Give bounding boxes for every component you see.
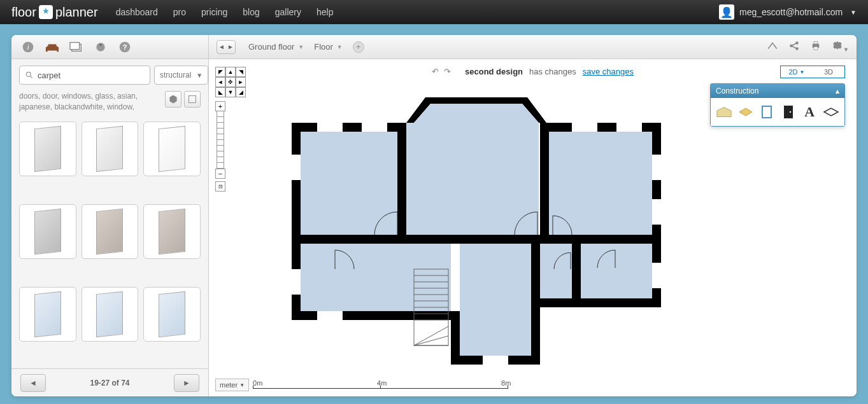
- pan-ne[interactable]: ◥: [236, 67, 246, 77]
- history-buttons[interactable]: ◄►: [217, 40, 236, 54]
- svg-rect-30: [540, 123, 661, 132]
- photos-icon[interactable]: [69, 39, 84, 55]
- nav-help[interactable]: help: [317, 7, 333, 17]
- svg-point-5: [99, 44, 101, 46]
- next-page-button[interactable]: ►: [174, 374, 199, 392]
- library-item[interactable]: [19, 287, 76, 342]
- svg-rect-3: [70, 42, 80, 49]
- svg-rect-64: [317, 311, 343, 320]
- print-icon[interactable]: [810, 40, 822, 53]
- library-item[interactable]: [143, 204, 201, 259]
- user-menu[interactable]: 👤 meg_escott@hotmail.com ▼: [719, 4, 857, 20]
- svg-marker-39: [406, 104, 539, 235]
- grid-flat-icon[interactable]: [184, 91, 201, 108]
- zoom-fit-button[interactable]: ⊡: [215, 181, 225, 192]
- status-bar: ↶ ↷ second design has changes save chang…: [209, 67, 857, 76]
- svg-rect-58: [616, 123, 642, 132]
- share-icon[interactable]: [788, 40, 800, 53]
- crumb-floor[interactable]: Floor▼: [314, 42, 343, 52]
- view-3d-button[interactable]: 3D: [813, 66, 844, 78]
- logo-text-planner: planner: [55, 5, 98, 20]
- help-icon[interactable]: ?: [117, 39, 132, 55]
- units-dropdown[interactable]: meter▼: [215, 379, 249, 391]
- nav-gallery[interactable]: gallery: [275, 7, 301, 17]
- save-changes-link[interactable]: save changes: [583, 67, 634, 76]
- svg-rect-65: [483, 356, 508, 365]
- chevron-down-icon: ▼: [850, 9, 857, 16]
- pan-sw[interactable]: ◣: [215, 87, 225, 97]
- zoom-track[interactable]: [217, 111, 224, 169]
- filter-dropdown[interactable]: structural ▼: [154, 66, 208, 85]
- export-icon[interactable]: [767, 40, 778, 53]
- library-item[interactable]: [143, 122, 201, 176]
- floorplan-canvas[interactable]: [241, 85, 844, 371]
- nav-links: dashboard pro pricing blog gallery help: [116, 7, 334, 17]
- grid-3d-icon[interactable]: [165, 91, 181, 108]
- sidebar-toolbar: i ?: [11, 35, 208, 59]
- svg-rect-20: [292, 123, 406, 132]
- view-toggle: 2D▼ 3D: [780, 66, 845, 78]
- crumb-label: Floor: [314, 42, 333, 52]
- add-floor-button[interactable]: +: [353, 41, 364, 53]
- info-icon[interactable]: i: [20, 39, 36, 55]
- library-grid: [11, 118, 208, 368]
- chevron-down-icon: ▼: [196, 72, 203, 79]
- back-icon[interactable]: ◄: [217, 41, 226, 53]
- library-item[interactable]: [82, 204, 139, 259]
- svg-rect-59: [292, 155, 301, 180]
- styles-icon[interactable]: [93, 39, 108, 55]
- svg-rect-23: [397, 123, 406, 244]
- svg-rect-24: [292, 235, 661, 244]
- pan-n[interactable]: ▲: [225, 67, 236, 77]
- chevron-down-icon: ▼: [337, 44, 343, 50]
- redo-icon[interactable]: ↷: [444, 67, 451, 76]
- search-input[interactable]: [38, 71, 145, 80]
- sidebar: i ? structural ▼ doors, door, windows, g…: [11, 35, 209, 396]
- nav-dashboard[interactable]: dashboard: [116, 7, 158, 17]
- pan-nw[interactable]: ◤: [215, 67, 225, 77]
- zoom-in-button[interactable]: +: [215, 101, 225, 111]
- svg-rect-29: [540, 123, 549, 244]
- crumb-ground-floor[interactable]: Ground floor▼: [248, 42, 304, 52]
- svg-rect-38: [301, 132, 397, 235]
- search-box[interactable]: [19, 66, 150, 85]
- scale-0: 0m: [253, 379, 262, 387]
- svg-rect-10: [189, 95, 196, 102]
- pan-s[interactable]: ▼: [225, 87, 236, 97]
- svg-rect-55: [317, 123, 343, 132]
- nav-pro[interactable]: pro: [173, 7, 186, 17]
- view-2d-label: 2D: [789, 68, 798, 76]
- furniture-icon[interactable]: [45, 39, 60, 55]
- svg-rect-60: [292, 269, 301, 295]
- library-item[interactable]: [82, 287, 139, 342]
- workspace: i ? structural ▼ doors, door, windows, g…: [11, 35, 857, 396]
- logo[interactable]: floor planner: [11, 5, 98, 20]
- nav-blog[interactable]: blog: [243, 7, 259, 17]
- main-toolbar: ◄► Ground floor▼ Floor▼ + ▼: [209, 35, 857, 59]
- forward-icon[interactable]: ►: [226, 41, 235, 53]
- prev-page-button[interactable]: ◄: [20, 374, 46, 392]
- search-row: structural ▼: [11, 59, 208, 91]
- library-item[interactable]: [143, 287, 201, 342]
- svg-rect-62: [652, 199, 661, 225]
- nav-pricing[interactable]: pricing: [201, 7, 227, 17]
- zoom-control: + − ⊡: [215, 101, 225, 192]
- library-item[interactable]: [82, 122, 139, 176]
- zoom-out-button[interactable]: −: [215, 169, 225, 179]
- library-item[interactable]: [19, 204, 76, 259]
- undo-icon[interactable]: ↶: [432, 67, 439, 76]
- settings-icon[interactable]: ▼: [832, 40, 849, 53]
- library-item[interactable]: [19, 122, 76, 176]
- logo-text-floor: floor: [11, 5, 36, 20]
- pan-w[interactable]: ◄: [215, 77, 225, 87]
- svg-rect-42: [460, 244, 531, 356]
- undo-redo: ↶ ↷: [432, 67, 451, 76]
- search-icon: [25, 71, 34, 80]
- svg-text:i: i: [27, 43, 29, 51]
- svg-line-9: [31, 76, 32, 78]
- pan-center[interactable]: ✥: [225, 77, 236, 87]
- svg-rect-33: [572, 244, 581, 301]
- status-text: has changes: [529, 67, 576, 76]
- view-2d-button[interactable]: 2D▼: [781, 66, 813, 78]
- tags-text[interactable]: doors, door, windows, glass, asian, japa…: [19, 91, 146, 113]
